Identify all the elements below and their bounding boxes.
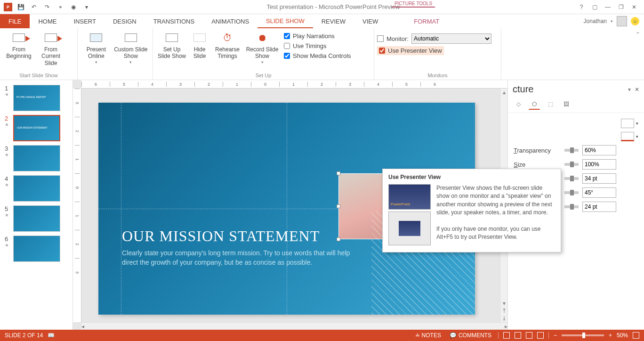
undo-icon[interactable]: ↶ bbox=[29, 2, 39, 12]
tab-format[interactable]: FORMAT bbox=[405, 14, 448, 28]
close-icon[interactable]: ✕ bbox=[630, 3, 638, 11]
custom-slideshow-button[interactable]: Custom Slide Show ▾ bbox=[112, 30, 150, 66]
qat-customize-icon[interactable]: ▾ bbox=[82, 2, 91, 12]
titlebar: P 💾 ↶ ↷ ⌖ ◉ ▾ Test presentation - Micros… bbox=[0, 0, 644, 14]
normal-view-icon[interactable] bbox=[503, 332, 510, 339]
angle-input[interactable] bbox=[582, 187, 616, 198]
start-from-beginning-icon[interactable]: ◉ bbox=[69, 2, 78, 12]
maximize-icon[interactable]: ❐ bbox=[617, 3, 625, 11]
slide-thumbnail-5[interactable] bbox=[13, 205, 60, 232]
resize-handle-w[interactable] bbox=[337, 204, 340, 208]
monitor-select[interactable]: Automatic bbox=[411, 33, 491, 44]
play-from-current-icon bbox=[43, 31, 58, 44]
quick-access-toolbar: P 💾 ↶ ↷ ⌖ ◉ ▾ bbox=[0, 2, 95, 12]
from-current-slide-button[interactable]: From Current Slide bbox=[35, 30, 67, 67]
angle-slider[interactable] bbox=[564, 191, 579, 194]
vertical-ruler[interactable]: 3210123 bbox=[73, 89, 81, 322]
resize-handle-sw[interactable] bbox=[337, 237, 340, 241]
fill-line-tab-icon[interactable]: ◇ bbox=[513, 98, 524, 110]
slide-thumbnail-panel[interactable]: 1★PC PRO ANNUAL REPORT 2★OUR MISSION STA… bbox=[0, 80, 73, 330]
help-icon[interactable]: ? bbox=[577, 3, 586, 11]
workarea: 1★PC PRO ANNUAL REPORT 2★OUR MISSION STA… bbox=[0, 80, 644, 330]
reading-view-icon[interactable] bbox=[526, 332, 532, 339]
slide-counter[interactable]: SLIDE 2 OF 14 bbox=[5, 332, 43, 339]
setup-slideshow-button[interactable]: Set Up Slide Show bbox=[156, 30, 188, 61]
tab-home[interactable]: HOME bbox=[30, 14, 65, 28]
touch-mode-icon[interactable]: ⌖ bbox=[56, 2, 65, 12]
zoom-level[interactable]: 50% bbox=[617, 332, 628, 339]
rehearse-timings-button[interactable]: ⏱ Rehearse Timings bbox=[211, 30, 243, 61]
ribbon-display-icon[interactable]: ▢ bbox=[590, 3, 599, 11]
show-media-controls-check[interactable]: Show Media Controls bbox=[284, 51, 351, 61]
collapse-ribbon-icon[interactable]: ⌃ bbox=[636, 31, 640, 38]
from-beginning-button[interactable]: From Beginning bbox=[3, 30, 35, 61]
slide-thumbnail-4[interactable] bbox=[13, 175, 60, 202]
preset-swatch[interactable] bbox=[621, 119, 634, 128]
size-properties-tab-icon[interactable]: ⬚ bbox=[545, 98, 556, 110]
hide-slide-button[interactable]: Hide Slide bbox=[188, 30, 211, 61]
app-icon[interactable]: P bbox=[4, 3, 12, 11]
record-slideshow-button[interactable]: ⏺ Record Slide Show ▾ bbox=[243, 30, 281, 66]
use-timings-check[interactable]: Use Timings bbox=[284, 41, 351, 51]
use-presenter-view-check[interactable]: Use Presenter View bbox=[377, 46, 444, 55]
blur-input[interactable] bbox=[582, 173, 616, 184]
transparency-slider[interactable] bbox=[564, 149, 579, 152]
slide-thumbnail-2[interactable]: OUR MISSION STATEMENT bbox=[13, 115, 60, 141]
spell-check-icon[interactable]: 📖 bbox=[48, 332, 55, 339]
save-icon[interactable]: 💾 bbox=[16, 2, 25, 12]
horizontal-ruler[interactable]: 6543210123456 bbox=[81, 80, 507, 89]
pane-options-icon[interactable]: ▾ bbox=[628, 86, 631, 93]
scroll-up-icon[interactable]: ▴ bbox=[500, 89, 507, 96]
scroll-right-icon[interactable]: ▸ bbox=[505, 323, 507, 330]
next-slide-icon[interactable]: ⤓ bbox=[500, 315, 507, 322]
notes-button[interactable]: ≐NOTES bbox=[413, 332, 443, 339]
tab-design[interactable]: DESIGN bbox=[105, 14, 145, 28]
scroll-down-icon[interactable]: ▾ bbox=[500, 300, 507, 307]
use-presenter-view-tooltip: Use Presenter View Presenter View shows … bbox=[382, 169, 561, 252]
minimize-icon[interactable]: — bbox=[604, 3, 612, 11]
user-name[interactable]: Jonathan bbox=[584, 18, 607, 24]
zoom-in-icon[interactable]: + bbox=[609, 332, 612, 339]
feedback-icon[interactable]: ☺ bbox=[631, 17, 639, 25]
slide-thumbnail-6[interactable] bbox=[13, 235, 60, 262]
fit-to-window-icon[interactable] bbox=[633, 332, 639, 339]
tab-transitions[interactable]: TRANSITIONS bbox=[145, 14, 203, 28]
slide-body-text[interactable]: Clearly state your company's long term m… bbox=[122, 249, 367, 267]
ribbon-tabs: FILE HOME INSERT DESIGN TRANSITIONS ANIM… bbox=[0, 14, 644, 28]
effects-tab-icon[interactable]: ⬠ bbox=[529, 98, 540, 110]
tab-file[interactable]: FILE bbox=[0, 14, 30, 28]
size-input[interactable] bbox=[582, 159, 616, 170]
tooltip-illustration bbox=[388, 184, 431, 245]
distance-input[interactable] bbox=[582, 202, 616, 212]
picture-tab-icon[interactable]: 🖼 bbox=[561, 98, 572, 110]
horizontal-scrollbar[interactable]: ◂ ▸ bbox=[81, 322, 507, 330]
slide-thumbnail-1[interactable]: PC PRO ANNUAL REPORT bbox=[13, 85, 60, 111]
redo-icon[interactable]: ↷ bbox=[42, 2, 52, 12]
size-slider[interactable] bbox=[564, 163, 579, 166]
window-title: Test presentation - Microsoft PowerPoint… bbox=[95, 3, 572, 10]
slideshow-view-icon[interactable] bbox=[537, 332, 544, 339]
tab-view[interactable]: VIEW bbox=[354, 14, 386, 28]
tab-slideshow[interactable]: SLIDE SHOW bbox=[258, 14, 313, 28]
present-online-button[interactable]: Present Online ▾ bbox=[80, 30, 112, 66]
user-avatar[interactable] bbox=[617, 16, 627, 26]
transparency-input[interactable] bbox=[582, 145, 616, 155]
blur-slider[interactable] bbox=[564, 177, 579, 180]
monitor-label: Monitor: bbox=[386, 35, 409, 42]
tab-insert[interactable]: INSERT bbox=[65, 14, 104, 28]
comments-button[interactable]: 💬COMMENTS bbox=[448, 332, 493, 339]
color-swatch[interactable] bbox=[621, 132, 634, 141]
zoom-out-icon[interactable]: − bbox=[554, 332, 557, 339]
tab-review[interactable]: REVIEW bbox=[313, 14, 354, 28]
close-pane-icon[interactable]: ✕ bbox=[635, 86, 639, 93]
tab-animations[interactable]: ANIMATIONS bbox=[203, 14, 258, 28]
previous-slide-icon[interactable]: ⤒ bbox=[500, 307, 507, 315]
slide-thumbnail-3[interactable] bbox=[13, 145, 60, 171]
play-narrations-check[interactable]: Play Narrations bbox=[284, 31, 351, 41]
distance-slider[interactable] bbox=[564, 205, 579, 208]
zoom-slider[interactable] bbox=[562, 334, 604, 336]
statusbar: SLIDE 2 OF 14 📖 ≐NOTES 💬COMMENTS − + 50% bbox=[0, 330, 644, 341]
slide-title[interactable]: OUR MISSION STATEMENT bbox=[122, 227, 320, 245]
resize-handle-nw[interactable] bbox=[337, 171, 340, 175]
slide-sorter-view-icon[interactable] bbox=[515, 332, 521, 339]
